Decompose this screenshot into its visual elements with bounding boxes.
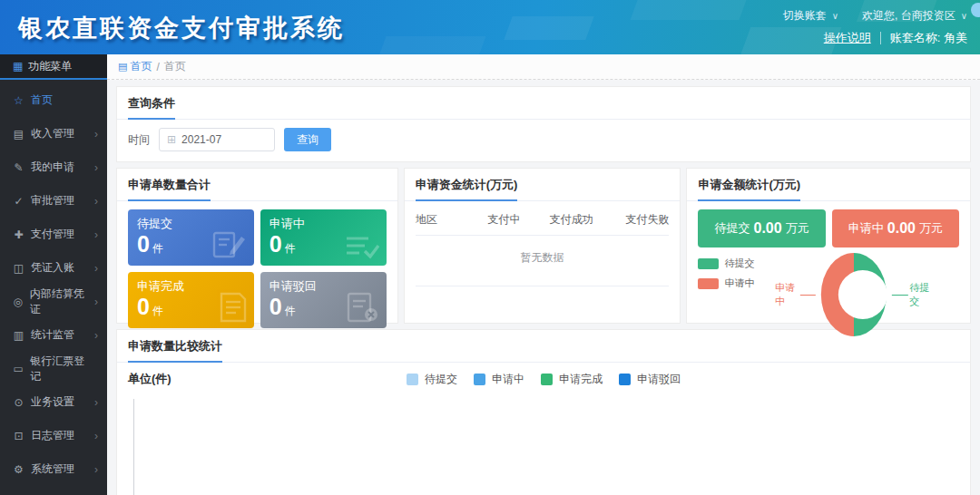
breadcrumb: ▤ 首页 / 首页 (107, 54, 980, 80)
sidebar-item-label: 统计监管 (31, 327, 74, 343)
breadcrumb-root-label: 首页 (130, 59, 152, 74)
legend-swatch-green (698, 258, 719, 269)
pie-legend: 待提交 申请中 (698, 257, 754, 290)
stat-card-value: 0 (137, 294, 150, 319)
edit-square-icon: ⊡ (13, 430, 24, 442)
app-title: 银农直联资金支付审批系统 (18, 12, 345, 44)
main-content: ▤ 首页 / 首页 查询条件 时间 ⊞ 2021-07 查询 (107, 54, 980, 495)
bar-chart-icon: ▥ (13, 329, 24, 342)
link-icon: ⊙ (13, 396, 24, 409)
donut-chart-area: 待提交 申请中 申请中 (687, 251, 970, 338)
chevron-right-icon: › (94, 262, 98, 275)
header-decoration (377, 36, 486, 54)
gear-icon: ⚙ (13, 463, 24, 476)
sidebar-item-label: 收入管理 (31, 126, 74, 141)
stat-card-unit: 件 (285, 305, 296, 317)
donut-chart[interactable] (821, 253, 887, 336)
bar-chart-legend: 待提交 申请中 申请完成 申请驳回 (128, 368, 959, 387)
legend-swatch-red (698, 278, 719, 289)
chevron-right-icon: › (94, 228, 98, 241)
chevron-down-icon[interactable]: ∨ (832, 11, 838, 21)
month-picker-value: 2021-07 (181, 133, 221, 146)
legend-item-pending[interactable]: 待提交 (698, 257, 754, 270)
stat-card-rejected[interactable]: 申请驳回 0件 (260, 272, 387, 328)
in-progress-amount-badge[interactable]: 申请中 0.00 万元 (832, 209, 959, 248)
sidebar-item-log-management[interactable]: ⊡ 日志管理 › (0, 419, 107, 452)
legend-label: 申请完成 (559, 372, 603, 387)
stat-card-completed[interactable]: 申请完成 0件 (128, 272, 254, 328)
search-button[interactable]: 查询 (284, 128, 331, 151)
star-icon: ☆ (13, 94, 24, 107)
sidebar-item-approval[interactable]: ✓ 审批管理 › (0, 184, 107, 218)
sidebar-item-payment[interactable]: ✚ 支付管理 › (0, 218, 107, 251)
stat-card-value: 0 (270, 231, 282, 257)
check-icon: ✓ (13, 195, 24, 208)
plus-icon: ✚ (13, 228, 24, 241)
chevron-right-icon: › (94, 161, 98, 174)
legend-item-rejected[interactable]: 申请驳回 (619, 372, 681, 387)
breadcrumb-home-link[interactable]: ▤ 首页 (118, 59, 152, 74)
query-panel-title: 查询条件 (128, 95, 175, 120)
donut-callout-in-progress: 申请中 (775, 281, 816, 308)
month-picker-input[interactable]: ⊞ 2021-07 (159, 128, 275, 151)
sidebar-item-system-management[interactable]: ⚙ 系统管理 › (0, 452, 107, 486)
sidebar-item-internal-settlement[interactable]: ◎ 内部结算凭证 › (0, 285, 107, 318)
comparison-chart-panel: 申请数量比较统计 单位(件) 待提交 申请中 申请完成 (116, 329, 971, 495)
legend-label: 待提交 (425, 372, 457, 387)
sidebar-item-label: 首页 (31, 92, 53, 108)
sidebar-item-statistics[interactable]: ▥ 统计监管 › (0, 318, 107, 352)
legend-item-completed[interactable]: 申请完成 (541, 372, 603, 387)
badge-unit: 万元 (786, 220, 809, 237)
sidebar-item-bank-draft[interactable]: ▭ 银行汇票登记 (0, 352, 107, 385)
stat-card-pending-submit[interactable]: 待提交 0件 (128, 209, 254, 266)
legend-item-pending-submit[interactable]: 待提交 (407, 372, 457, 387)
sidebar-menu-header-label: 功能菜单 (28, 59, 72, 74)
amount-panel-title: 申请金额统计(万元) (698, 177, 800, 201)
badge-value: 0.00 (754, 220, 782, 237)
header-user-area: 切换账套 ∨ 欢迎您, 台商投资区 ∨ 操作说明 账套名称: 角美 (783, 5, 967, 49)
sidebar-item-label: 内部结算凭证 (30, 286, 88, 317)
sidebar-item-label: 业务设置 (31, 394, 74, 410)
bar-chart-plot-area (133, 399, 970, 495)
amount-stats-panel: 申请金额统计(万元) 待提交 0.00 万元 申请中 0.00 万元 (686, 168, 971, 324)
sidebar-item-income[interactable]: ▤ 收入管理 › (0, 117, 107, 150)
callout-line (800, 295, 816, 296)
y-axis-unit-label: 单位(件) (128, 371, 172, 387)
list-check-icon (345, 233, 379, 260)
pending-amount-badge[interactable]: 待提交 0.00 万元 (698, 209, 825, 248)
chevron-right-icon: › (94, 430, 98, 442)
funds-table-header: 地区 支付中 支付成功 支付失败 (416, 205, 670, 235)
operation-guide-link[interactable]: 操作说明 (824, 30, 871, 46)
callout-label: 申请中 (775, 281, 799, 308)
summary-panel-title: 申请单数量合计 (128, 177, 211, 201)
legend-item-in-progress[interactable]: 申请中 (474, 372, 524, 387)
column-pay-failed: 支付失败 (605, 212, 669, 228)
sidebar-item-label: 支付管理 (31, 227, 74, 242)
legend-item-in-progress[interactable]: 申请中 (698, 277, 754, 290)
funds-stats-panel: 申请资金统计(万元) 地区 支付中 支付成功 支付失败 暂无数据 (404, 168, 681, 324)
column-region: 地区 (416, 212, 472, 228)
stat-card-unit: 件 (285, 242, 296, 255)
badge-value: 0.00 (887, 220, 916, 237)
column-pay-success: 支付成功 (537, 212, 606, 228)
stat-card-in-progress[interactable]: 申请中 0件 (260, 209, 387, 266)
legend-swatch-blue (474, 374, 485, 385)
badge-label: 申请中 (848, 220, 884, 237)
target-icon: ◎ (13, 296, 24, 308)
breadcrumb-separator: / (156, 61, 159, 73)
legend-label: 待提交 (724, 257, 754, 270)
header-decoration (504, 16, 593, 40)
sidebar: ▦ 功能菜单 ☆ 首页 ▤ 收入管理 › ✎ 我的申请 › ✓ 审批管理 › ✚… (0, 54, 107, 495)
sidebar-item-voucher-entry[interactable]: ◫ 凭证入账 › (0, 251, 107, 285)
sidebar-item-home[interactable]: ☆ 首页 (0, 83, 107, 117)
chevron-down-icon[interactable]: ∨ (961, 11, 967, 21)
sidebar-item-business-settings[interactable]: ⊙ 业务设置 › (0, 385, 107, 419)
header-decoration (631, 0, 750, 20)
switch-account-button[interactable]: 切换账套 (783, 8, 827, 24)
stat-card-unit: 件 (152, 242, 163, 255)
welcome-text[interactable]: 欢迎您, 台商投资区 (862, 8, 956, 24)
account-name-text: 账套名称: 角美 (890, 30, 967, 46)
query-panel: 查询条件 时间 ⊞ 2021-07 查询 (116, 86, 971, 162)
sidebar-item-my-applications[interactable]: ✎ 我的申请 › (0, 150, 107, 184)
floating-widget-button[interactable] (971, 3, 980, 17)
